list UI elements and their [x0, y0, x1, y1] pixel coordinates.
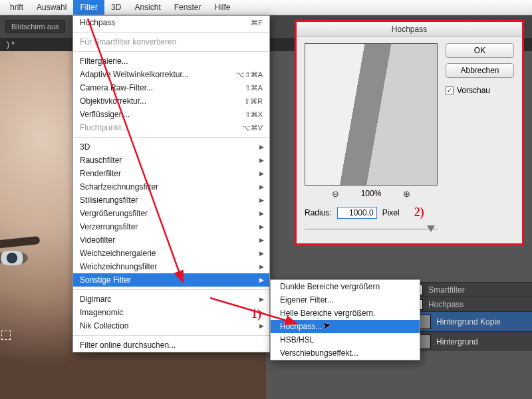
radius-label: Radius: [305, 208, 332, 217]
filter-preview[interactable] [305, 43, 438, 186]
layer-label: Hintergrund [436, 337, 478, 346]
screen-off-button[interactable]: Bildschirm aus [5, 20, 65, 33]
layer-label: Smartfilter [428, 285, 465, 295]
preview-checkbox-label: Vorschau [457, 86, 490, 95]
submenu-item[interactable]: HSB/HSL [271, 333, 420, 346]
zoom-in-icon[interactable]: ⊕ [401, 188, 412, 199]
menu-hrift[interactable]: hrift [3, 0, 30, 15]
ok-button[interactable]: OK [446, 43, 514, 58]
dialog-title: Hochpass [297, 22, 522, 37]
menu-auswahl[interactable]: Auswahl [30, 0, 73, 15]
radius-unit: Pixel [382, 208, 400, 217]
hochpass-dialog: Hochpass ⊖ 100% ⊕ Radius: Pixel 2) OK Ab… [295, 20, 524, 245]
os-menubar: hriftAuswahlFilter3DAnsichtFensterHilfe [0, 0, 532, 15]
annotation-2: 2) [414, 205, 424, 219]
menu-fenster[interactable]: Fenster [168, 0, 208, 15]
checkbox-icon: ✓ [446, 86, 454, 94]
selection-marquee [1, 331, 11, 340]
menu-hilfe[interactable]: Hilfe [207, 0, 237, 15]
menu-filter[interactable]: Filter [73, 0, 104, 15]
svg-line-0 [88, 19, 182, 281]
annotation-arrow-1 [81, 16, 201, 289]
layer-label: Hochpass [428, 300, 464, 309]
submenu-item[interactable]: Verschiebungseffekt... [271, 346, 420, 360]
menu-3d[interactable]: 3D [104, 0, 128, 15]
cancel-button[interactable]: Abbrechen [446, 63, 514, 78]
layer-label: Hintergrund Kopie [436, 317, 501, 327]
radius-input[interactable] [337, 207, 377, 219]
preview-checkbox[interactable]: ✓ Vorschau [446, 86, 514, 95]
menu-ansicht[interactable]: Ansicht [128, 0, 167, 15]
zoom-out-icon[interactable]: ⊖ [331, 188, 341, 199]
zoom-percent: 100% [361, 189, 382, 198]
menu-item[interactable]: Filter online durchsuchen... [73, 338, 269, 352]
annotation-1: 1) [251, 307, 261, 321]
radius-slider[interactable] [305, 225, 438, 234]
document-tab-label: ) * [7, 40, 15, 49]
